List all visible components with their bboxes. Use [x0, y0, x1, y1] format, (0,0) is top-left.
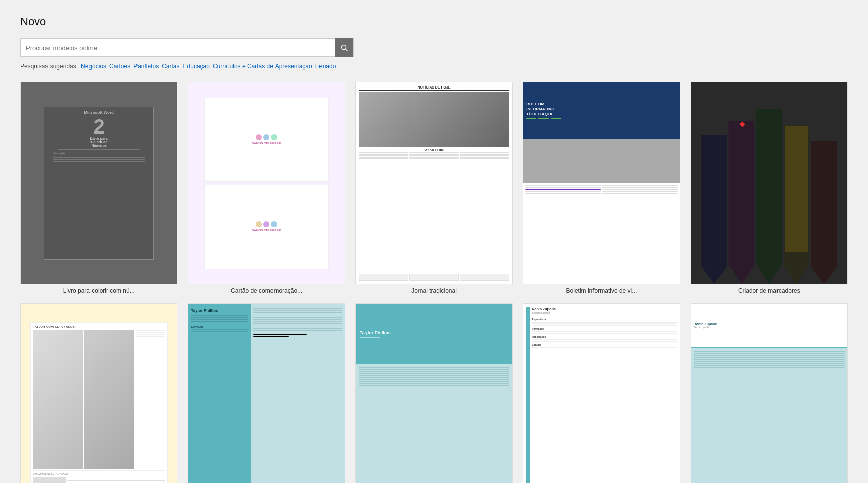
template-thumb-impacto: Robin Zupanc Técnico jurídico Experiênci…: [523, 303, 680, 483]
template-thumb-carta-ele: Taylor Phillips: [355, 303, 513, 483]
template-thumb-livro: Microsoft Word 2 Livro paraColorir deNúm…: [20, 82, 177, 284]
suggested-cartoes[interactable]: Cartões: [109, 63, 130, 70]
template-name-boletim: Boletim informativo de vi...: [566, 287, 637, 295]
template-name-marcadores: Criador de marcadores: [738, 287, 800, 295]
template-name-livro: Livro para colorir com nú...: [63, 287, 135, 295]
suggested-searches: Pesquisas sugeridas: Negócios Cartões Pa…: [20, 63, 848, 70]
suggested-panfletos[interactable]: Panfletos: [133, 63, 159, 70]
suggested-cartas[interactable]: Cartas: [162, 63, 179, 70]
suggested-curriculos[interactable]: Currículos e Cartas de Apresentação: [213, 63, 312, 70]
template-thumb-boletim: BOLETIMINFORMATIVOTÍTULO AQUI: [523, 82, 680, 284]
template-carta-apresentacao-de[interactable]: Robin Zupanc Técnico jurídico Carta de a…: [691, 303, 848, 483]
template-curriculo-elegante[interactable]: Taylor Phillips CONTATO: [188, 303, 345, 483]
template-thumb-postais: TAYLOR COMPLETA 7 ANOS!: [20, 303, 177, 483]
taylor-name-carta: Taylor Phillips: [360, 330, 391, 336]
search-bar: [20, 38, 354, 57]
template-cartao-comemoracao[interactable]: VAMOS CELEBRAR VAMOS CELEBRAR Cartão de …: [188, 82, 345, 295]
template-boletim[interactable]: BOLETIMINFORMATIVOTÍTULO AQUI: [523, 82, 680, 295]
suggested-negocios[interactable]: Negócios: [81, 63, 106, 70]
template-name-jornal: Jornal tradicional: [411, 287, 457, 295]
template-jornal[interactable]: NOTÍCIAS DE HOJE O final do dia: [355, 82, 513, 295]
template-thumb-jornal: NOTÍCIAS DE HOJE O final do dia: [355, 82, 513, 284]
search-icon: [341, 44, 348, 51]
svg-line-1: [346, 49, 348, 51]
template-thumb-curriculo-elegante: Taylor Phillips CONTATO: [188, 303, 345, 483]
template-livro-colorir[interactable]: Microsoft Word 2 Livro paraColorir deNúm…: [20, 82, 177, 295]
search-button[interactable]: [335, 38, 353, 57]
suggested-educacao[interactable]: Educação: [183, 63, 210, 70]
template-name-cartao: Cartão de comemoração...: [231, 287, 302, 295]
template-carta-apresentacao-ele[interactable]: Taylor Phillips Carta d: [355, 303, 513, 483]
suggested-label: Pesquisas sugeridas:: [20, 63, 78, 70]
templates-grid: Microsoft Word 2 Livro paraColorir deNúm…: [20, 82, 848, 483]
suggested-feriado[interactable]: Feriado: [315, 63, 336, 70]
template-thumb-marcadores: [691, 82, 848, 284]
template-thumb-cartao: VAMOS CELEBRAR VAMOS CELEBRAR: [188, 82, 345, 284]
template-thumb-carta-de: Robin Zupanc Técnico jurídico: [691, 303, 848, 483]
search-input[interactable]: [21, 44, 335, 52]
template-cartoes-postais[interactable]: TAYLOR COMPLETA 7 ANOS!: [20, 303, 177, 483]
taylor-name-cv1: Taylor Phillips: [191, 308, 248, 313]
template-marcadores[interactable]: Criador de marcadores: [691, 82, 848, 295]
template-curriculo-impacto[interactable]: Robin Zupanc Técnico jurídico Experiênci…: [523, 303, 680, 483]
page-title: Novo: [20, 15, 848, 28]
